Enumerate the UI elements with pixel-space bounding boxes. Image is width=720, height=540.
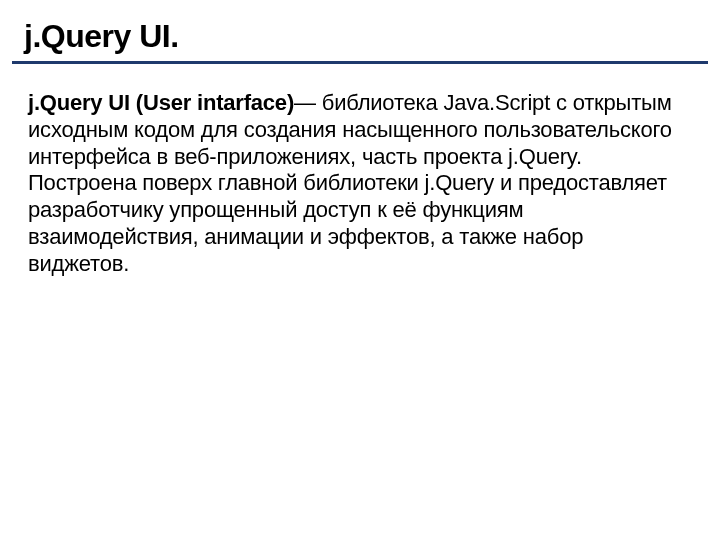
body-lead: j.Query UI (User intarface) [28, 90, 294, 115]
slide-title: j.Query UI. [0, 18, 720, 61]
body-rest: — библиотека Java.Script с открытым исхо… [28, 90, 672, 276]
slide-body: j.Query UI (User intarface)— библиотека … [0, 64, 720, 278]
slide: j.Query UI. j.Query UI (User intarface)—… [0, 0, 720, 540]
